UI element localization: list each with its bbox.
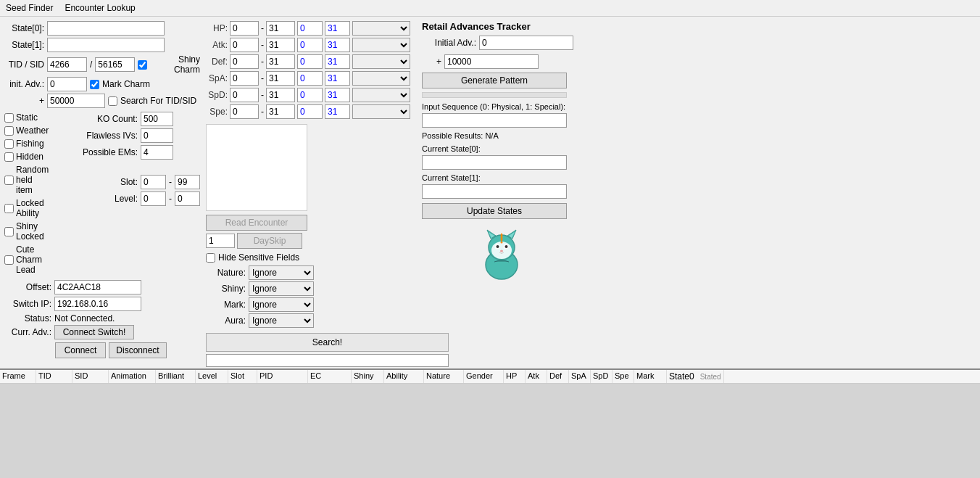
switch-ip-input[interactable]: 192.168.0.16 — [54, 297, 141, 311]
plus-input[interactable]: 50000 — [47, 94, 105, 108]
def-min-input[interactable]: 0 — [230, 54, 259, 69]
level-divider: - — [169, 194, 172, 204]
left-panel: State[0]: State[1]: TID / SID 4266 / 561… — [4, 21, 200, 367]
shiny-filter-select[interactable]: Ignore — [249, 281, 314, 296]
flawless-ivs-input[interactable]: 0 — [141, 128, 173, 143]
curr-state0-input[interactable] — [422, 155, 567, 170]
init-adv-input[interactable]: 0 — [47, 77, 87, 91]
mark-charm-checkbox[interactable] — [90, 80, 99, 89]
spd-min-input[interactable]: 0 — [230, 88, 259, 102]
level-max-input[interactable]: 0 — [175, 191, 200, 206]
cute-charm-label: Cute Charm Lead — [16, 244, 51, 275]
spa-iv-label: SpA: — [206, 73, 228, 83]
input-seq-input[interactable] — [422, 113, 567, 128]
initial-adv-input[interactable]: 0 — [479, 36, 573, 50]
spe-v1-input[interactable]: 0 — [297, 104, 323, 119]
hp-v1-input[interactable]: 0 — [297, 21, 323, 36]
col-mark: Mark — [634, 370, 667, 383]
app-window: Seed Finder Encounter Lookup State[0]: S… — [0, 0, 980, 478]
spa-max-input[interactable]: 31 — [266, 71, 295, 86]
random-held-item-checkbox[interactable] — [4, 176, 14, 185]
update-states-button[interactable]: Update States — [422, 203, 567, 219]
state1-input[interactable] — [47, 38, 165, 52]
atk-v1-input[interactable]: 0 — [297, 38, 323, 52]
connect-switch-button[interactable]: Connect Switch! — [54, 325, 134, 339]
possible-ems-input[interactable]: 4 — [141, 145, 173, 160]
def-v2-input[interactable]: 31 — [325, 54, 350, 69]
nature-filter-select[interactable]: Ignore — [249, 265, 314, 280]
switch-ip-label: Switch IP: — [4, 299, 51, 309]
spa-min-input[interactable]: 0 — [230, 71, 259, 86]
spd-max-input[interactable]: 31 — [266, 88, 295, 102]
disconnect-button[interactable]: Disconnect — [109, 342, 167, 358]
weather-checkbox[interactable] — [4, 126, 14, 136]
spd-v2-input[interactable]: 31 — [325, 88, 350, 102]
random-held-item-label: Random held item — [16, 165, 51, 195]
nav-encounter-lookup[interactable]: Encounter Lookup — [62, 1, 138, 15]
offset-input[interactable]: 4C2AAC18 — [54, 280, 141, 294]
hp-iv-select[interactable] — [352, 21, 410, 36]
tid-input[interactable]: 4266 — [47, 57, 87, 72]
spe-iv-label: Spe: — [206, 107, 228, 117]
curr-state1-input[interactable] — [422, 184, 567, 199]
read-encounter-button[interactable]: Read Encounter — [206, 215, 307, 231]
atk-max-input[interactable]: 31 — [266, 38, 295, 52]
hp-v2-input[interactable]: 31 — [325, 21, 350, 36]
col-ability: Ability — [384, 370, 424, 383]
connect-button[interactable]: Connect — [55, 342, 106, 358]
level-min-input[interactable]: 0 — [141, 191, 166, 206]
weather-label: Weather — [16, 125, 49, 136]
shiny-charm-checkbox[interactable] — [138, 60, 147, 70]
slot-min-input[interactable]: 0 — [141, 175, 166, 189]
atk-iv-label: Atk: — [206, 40, 228, 50]
nav-seed-finder[interactable]: Seed Finder — [3, 1, 56, 15]
possible-ems-row: Possible EMs: 4 — [72, 145, 200, 160]
def-max-input[interactable]: 31 — [266, 54, 295, 69]
hidden-checkbox[interactable] — [4, 152, 14, 162]
hide-sensitive-label: Hide Sensitive Fields — [218, 252, 299, 263]
spa-iv-select[interactable] — [352, 71, 410, 86]
col-level: Level — [196, 370, 228, 383]
def-iv-select[interactable] — [352, 54, 410, 69]
search-tid-sid-label: Search For TID/SID — [120, 96, 196, 106]
sid-input[interactable]: 56165 — [95, 57, 135, 72]
spd-iv-select[interactable] — [352, 88, 410, 102]
connect-disconnect-row: Connect Disconnect — [55, 342, 200, 358]
aura-filter-select[interactable]: Ignore — [249, 313, 314, 328]
search-tid-sid-checkbox[interactable] — [108, 96, 117, 106]
retail-title: Retail Advances Tracker — [422, 21, 581, 32]
atk-iv-select[interactable] — [352, 38, 410, 52]
dayskip-count-input[interactable]: 1 — [206, 234, 235, 248]
shiny-locked-checkbox[interactable] — [4, 227, 14, 236]
spe-v2-input[interactable]: 31 — [325, 104, 350, 119]
mascot-area — [422, 227, 581, 285]
fishing-checkbox[interactable] — [4, 139, 14, 149]
search-button[interactable]: Search! — [206, 333, 449, 352]
spe-max-input[interactable]: 31 — [266, 104, 295, 119]
hp-min-input[interactable]: 0 — [230, 21, 259, 36]
state0-input[interactable] — [47, 21, 165, 36]
ko-count-input[interactable]: 500 — [141, 112, 173, 126]
spd-v1-input[interactable]: 0 — [297, 88, 323, 102]
static-checkbox[interactable] — [4, 113, 14, 123]
spa-v1-input[interactable]: 0 — [297, 71, 323, 86]
atk-min-input[interactable]: 0 — [230, 38, 259, 52]
spe-iv-select[interactable] — [352, 104, 410, 119]
retail-plus-input[interactable]: 10000 — [444, 54, 539, 69]
generate-pattern-button[interactable]: Generate Pattern — [422, 73, 567, 88]
dayskip-button[interactable]: DaySkip — [237, 233, 302, 249]
hp-max-input[interactable]: 31 — [266, 21, 295, 36]
state1-row: State[1]: — [4, 38, 200, 52]
spa-v2-input[interactable]: 31 — [325, 71, 350, 86]
spe-min-input[interactable]: 0 — [230, 104, 259, 119]
shiny-locked-row: Shiny Locked — [4, 221, 51, 242]
slot-max-input[interactable]: 99 — [175, 175, 200, 189]
retail-panel: Retail Advances Tracker Initial Adv.: 0 … — [422, 21, 581, 367]
locked-ability-checkbox[interactable] — [4, 204, 14, 213]
def-v1-input[interactable]: 0 — [297, 54, 323, 69]
mark-filter-select[interactable]: Ignore — [249, 297, 314, 312]
aura-filter-label: Aura: — [206, 316, 246, 326]
cute-charm-checkbox[interactable] — [4, 255, 14, 265]
atk-v2-input[interactable]: 31 — [325, 38, 350, 52]
hide-sensitive-checkbox[interactable] — [206, 253, 215, 263]
